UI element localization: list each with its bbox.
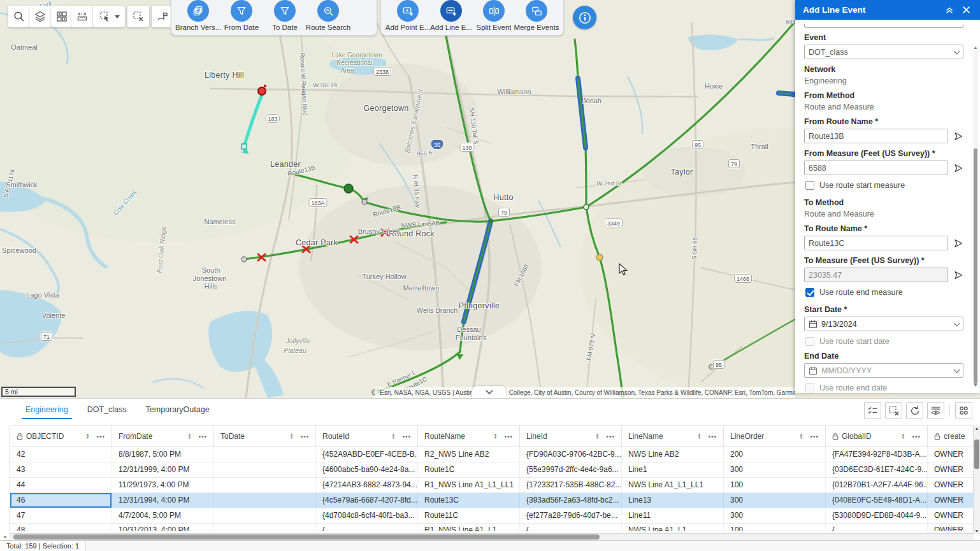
to-date-button[interactable]: To Date <box>264 0 305 31</box>
table-cell[interactable]: 100 <box>724 478 826 492</box>
table-cell[interactable]: Line1 <box>622 462 724 477</box>
table-cell[interactable]: 47 <box>10 508 112 523</box>
scrollbar-thumb[interactable] <box>974 440 979 469</box>
table-cell[interactable] <box>214 462 316 477</box>
column-menu-icon[interactable]: ••• <box>606 433 615 440</box>
pick-route-icon[interactable] <box>953 131 963 141</box>
table-cell[interactable]: OWNER <box>928 508 974 523</box>
clear-selection-tool-button[interactable] <box>127 6 149 27</box>
vertical-scrollbar[interactable]: ▲ ▼ <box>974 426 980 534</box>
table-cell[interactable]: {17233217-535B-488C-82... <box>520 478 622 492</box>
sort-icon[interactable]: ▲▼ <box>392 433 396 440</box>
table-cell[interactable]: Route1C <box>418 462 520 477</box>
table-cell[interactable]: {ef277a28-79d6-40d7-be... <box>520 508 622 523</box>
table-cell[interactable]: OWNER <box>928 478 974 492</box>
column-menu-icon[interactable]: ••• <box>912 433 921 440</box>
table-cell[interactable] <box>214 508 316 523</box>
close-icon[interactable] <box>960 4 972 17</box>
column-header-routeid[interactable]: RouteId▲▼ ••• <box>316 426 418 447</box>
sort-icon[interactable]: ▲▼ <box>902 433 905 440</box>
column-menu-icon[interactable]: ••• <box>198 433 207 440</box>
scrollbar-thumb[interactable] <box>974 148 977 384</box>
table-cell[interactable]: 42 <box>10 447 112 462</box>
to-route-name-input[interactable]: Route13C <box>804 236 948 250</box>
table-cell[interactable]: OWNER <box>928 524 973 531</box>
table-row[interactable]: 4612/31/1994, 4:00 PM{4c5e79a6-6687-4207… <box>10 493 973 508</box>
table-cell[interactable]: Line13 <box>622 493 724 508</box>
scrollbar-thumb[interactable] <box>13 534 600 540</box>
table-cell[interactable]: {0408E0FC-5E49-48D1-A... <box>826 493 928 508</box>
table-cell[interactable]: {... <box>826 524 928 531</box>
use-route-end-measure-checkbox[interactable] <box>805 288 814 297</box>
table-cell[interactable]: 10/31/2013, 4:00 PM <box>112 524 214 531</box>
pick-measure-icon[interactable] <box>953 163 963 173</box>
column-menu-icon[interactable]: ••• <box>504 433 513 440</box>
column-menu-icon[interactable]: ••• <box>708 433 717 440</box>
table-cell[interactable]: {55e3997d-2ffc-4e4c-9a6... <box>520 462 622 477</box>
column-header-linename[interactable]: LineName▲▼ ••• <box>622 426 724 447</box>
show-selection-button[interactable] <box>864 402 881 419</box>
table-cell[interactable]: {47214AB3-6882-4873-94... <box>316 478 418 492</box>
table-cell[interactable] <box>214 524 316 531</box>
table-cell[interactable]: 12/31/1999, 4:00 PM <box>112 462 214 477</box>
column-menu-icon[interactable]: ••• <box>96 433 105 440</box>
column-header-create[interactable]: create <box>928 426 974 447</box>
tab-temporaryoutage[interactable]: TemporaryOutage <box>146 399 210 422</box>
table-cell[interactable] <box>214 493 316 508</box>
table-cell[interactable]: {012B70B1-A2F7-4A4F-96... <box>826 478 928 492</box>
table-cell[interactable]: {... <box>520 524 622 531</box>
scroll-down-icon[interactable]: ▼ <box>973 383 978 388</box>
table-cell[interactable]: 4/7/2004, 5:00 PM <box>112 508 214 523</box>
search-tool-button[interactable] <box>8 6 30 27</box>
table-cell[interactable]: {393ad56f-2a63-48fd-bc2... <box>520 493 622 508</box>
table-cell[interactable]: 100 <box>724 524 826 531</box>
column-header-routename[interactable]: RouteName▲▼ ••• <box>418 426 520 447</box>
sort-icon[interactable]: ▲▼ <box>494 433 498 440</box>
table-cell[interactable]: NWS Line AB2 <box>622 447 724 462</box>
scroll-down-icon[interactable]: ▼ <box>974 529 980 533</box>
table-cell[interactable]: 43 <box>10 462 112 477</box>
measure-tool-button[interactable] <box>71 6 93 27</box>
tab-dot_class[interactable]: DOT_class <box>87 399 127 422</box>
toggle-columns-button[interactable] <box>927 402 944 419</box>
add-line-e-button[interactable]: Add Line E... <box>431 0 472 31</box>
sort-icon[interactable]: ▲▼ <box>698 433 702 440</box>
basemap-gallery-tool-button[interactable] <box>51 6 73 27</box>
table-cell[interactable]: NWS Line A1_L1... <box>622 524 724 531</box>
column-menu-icon[interactable]: ••• <box>402 433 411 440</box>
info-button[interactable] <box>573 6 596 29</box>
chevrons-up-icon[interactable] <box>943 4 956 17</box>
merge-events-button[interactable]: Merge Events <box>516 0 557 31</box>
layers-tool-button[interactable] <box>29 6 51 27</box>
table-row[interactable]: 474/7/2004, 5:00 PM{4d7084c8-6cf4-40f1-b… <box>10 508 973 524</box>
column-menu-icon[interactable]: ••• <box>810 433 819 440</box>
sketch-route-tool-button[interactable] <box>152 6 173 27</box>
table-cell[interactable]: 300 <box>724 493 826 508</box>
scroll-up-icon[interactable]: ▲ <box>973 45 978 50</box>
column-header-fromdate[interactable]: FromDate▲▼ ••• <box>112 426 214 447</box>
table-cell[interactable]: {53080D9D-ED8B-4044-9... <box>826 508 928 523</box>
table-row[interactable]: 428/8/1987, 5:00 PM{452A9ABD-E0EF-4CEB-B… <box>10 447 973 462</box>
sort-icon[interactable]: ▲▼ <box>188 433 192 440</box>
panel-scrollbar[interactable]: ▲ ▼ <box>973 47 978 387</box>
table-cell[interactable]: OWNER <box>928 447 974 462</box>
sort-icon[interactable]: ▲▼ <box>596 433 600 440</box>
split-event-button[interactable]: Split Event <box>474 0 514 31</box>
table-cell[interactable]: R1_NWS Line A1_L1_LL1 <box>418 478 520 492</box>
table-cell[interactable]: {03D6EC3D-61E7-424C-9... <box>826 462 928 477</box>
pick-measure-icon[interactable] <box>953 270 963 280</box>
column-header-globalid[interactable]: GlobalID▲▼ ••• <box>826 426 928 447</box>
table-cell[interactable]: 48 <box>10 524 112 531</box>
table-cell[interactable]: R2_NWS Line AB2 <box>418 447 520 462</box>
table-cell[interactable]: {4d7084c8-6cf4-40f1-ba3... <box>316 508 418 523</box>
table-row[interactable]: 4810/31/2013, 4:00 PM{...R1_NWS Line A1_… <box>10 524 973 531</box>
table-cell[interactable]: NWS Line A1_L1_LL1 <box>622 478 724 492</box>
pick-route-icon[interactable] <box>953 238 963 248</box>
sort-icon[interactable]: ▲▼ <box>800 433 803 440</box>
tab-engineering[interactable]: Engineering <box>25 399 68 422</box>
sort-icon[interactable]: ▲▼ <box>86 433 90 440</box>
column-header-todate[interactable]: ToDate▲▼ ••• <box>214 426 316 447</box>
clear-selection-button[interactable] <box>885 402 902 419</box>
table-cell[interactable]: {4600abc5-ba90-4e24-8a... <box>316 462 418 477</box>
start-date-input[interactable]: 9/13/2024 <box>804 317 963 331</box>
